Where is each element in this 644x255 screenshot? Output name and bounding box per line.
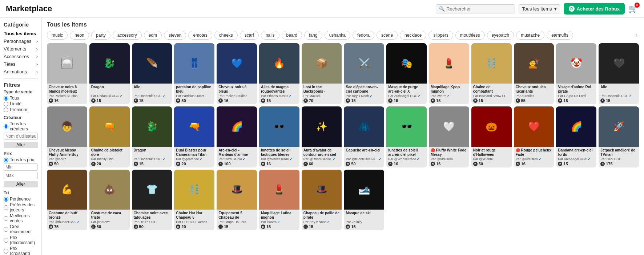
tag-earmuffs[interactable]: earmuffs <box>547 31 573 40</box>
item-card[interactable]: 👖 pantalon de papillon bleu Par Patricio… <box>174 43 214 104</box>
item-card[interactable]: ❤️ 🔴 Rouge pelucheux Fade Par @VireDero … <box>514 106 554 167</box>
tag-steven[interactable]: steven <box>164 31 186 40</box>
tag-mustache[interactable]: mustache <box>516 31 544 40</box>
creator-all[interactable]: Tous les créateurs <box>4 121 38 131</box>
tag-accessory[interactable]: accessory <box>113 31 142 40</box>
creator-go-button[interactable]: Aller <box>4 142 38 148</box>
creator-label: Par Packed Studios <box>218 94 247 98</box>
item-card[interactable]: 💩 Costume de caca triste Par jandrewr R … <box>89 170 130 231</box>
item-card[interactable]: 🤡 Visage d'anime Roi pirate Par Grupo Do… <box>556 43 596 104</box>
tag-scarf[interactable]: scarf <box>240 31 259 40</box>
sale-type-title: Type de vente <box>4 89 38 94</box>
item-creator: Par Dodanuki UGC ✔ <box>91 94 128 98</box>
item-card[interactable]: 💇 Cheveux ondulés luxuriants Par auroril… <box>514 43 554 104</box>
sort-recent[interactable]: Créé récemment <box>4 224 38 234</box>
item-card[interactable]: 👕 Chemise noire avec tatouages Par Deki'… <box>132 170 172 231</box>
item-card[interactable]: 💙 Cheveux noirs à bleus Par Packed Studi… <box>217 43 257 104</box>
item-card[interactable]: ✨ Aura d'avatar de contour arc-en-ciel P… <box>302 106 342 167</box>
tag-party[interactable]: party <box>91 31 110 40</box>
item-card[interactable]: 🕶️ lunettes de soleil arc-en-ciel pixel … <box>386 106 427 167</box>
creator-label: Par @viorrz <box>49 157 66 161</box>
item-card[interactable]: 🎭 Masque de purge arc-en-ciel X Par Arch… <box>386 43 427 104</box>
item-card[interactable]: 🖤 Aile Par Dodanuki UGC ✔ R 15 <box>599 43 639 104</box>
tag-mouthless[interactable]: mouthless <box>455 31 485 40</box>
item-price: R 15 <box>218 224 255 229</box>
sidebar-item-clothing[interactable]: Vêtements › <box>4 45 38 53</box>
item-card[interactable]: 🎩 Équipement 5 Chapeau de Par Grupo Do L… <box>217 170 257 231</box>
tag-fang[interactable]: fang <box>304 31 322 40</box>
cart-button[interactable]: 🛒 0 <box>628 4 638 13</box>
item-card[interactable]: 🔥 Ailes de magma rougeoyantes Par Ethan'… <box>259 43 299 104</box>
price-go-button[interactable]: Aller <box>4 181 38 187</box>
item-card[interactable]: 🎃 Noir et rouge d'Halloween Par @yDebbi … <box>471 106 512 167</box>
robux-price-icon: R <box>176 224 180 229</box>
tag-edm[interactable]: edm <box>144 31 162 40</box>
item-thumbnail: 🖤 <box>599 43 639 84</box>
tags-next-arrow[interactable]: › <box>634 32 639 39</box>
creator-username-input[interactable] <box>4 133 38 140</box>
item-card[interactable]: 💄 Maquillage Kpop mignon Par kwarm ✔ R 1… <box>429 43 469 104</box>
tag-necklace[interactable]: necklace <box>400 31 426 40</box>
creator-options: Tous les créateurs <box>4 121 38 131</box>
item-card[interactable]: 🔫 Dual Blaster pour Cameraman Titan Par … <box>174 106 214 167</box>
filter-dropdown[interactable]: Tous les items ▾ <box>519 4 560 13</box>
tag-emotes[interactable]: emotes <box>188 31 212 40</box>
sort-favorites[interactable]: Préférés des joueurs <box>4 202 38 212</box>
item-info: Chaîne de combattant Par Bow and Arrow S… <box>471 84 512 104</box>
tag-nails[interactable]: nails <box>261 31 279 40</box>
robux-price-icon: R <box>558 162 562 166</box>
item-card[interactable]: 🕶️ lunettes de soleil tactiques bleues P… <box>259 106 299 167</box>
price-value: 15 <box>309 224 313 229</box>
price-value: 15 <box>436 98 440 103</box>
item-card[interactable]: 🧥 Capuche arc-en-ciel Par @IDontHaveAU..… <box>344 106 384 167</box>
tag-ushanka[interactable]: ushanka <box>325 31 350 40</box>
price-all[interactable]: Tous les prix <box>4 157 38 162</box>
sidebar-item-animations[interactable]: Animations › <box>4 68 38 76</box>
item-card[interactable]: 🐉 Dragon Par Dodanuki UGC ✔ R 15 <box>132 106 172 167</box>
item-card[interactable]: 👦 Cheveux Messy Fluffy Anime Boy Par @vi… <box>47 106 87 167</box>
sidebar-item-heads[interactable]: Têtes › <box>4 60 38 68</box>
item-card[interactable]: 🔫 Chaîne de pistolet doré Par Infinity D… <box>89 106 130 167</box>
search-bar[interactable]: 🔍 <box>436 4 515 13</box>
item-card[interactable]: 🌈 Arc-en-ciel - Manteau d'anime Par Claw… <box>217 106 257 167</box>
item-info: Maquillage Latina mignon Par kwarm ✔ R 1… <box>259 210 299 230</box>
price-min-input[interactable] <box>4 163 38 171</box>
item-card[interactable]: 🐉 Dragon Par Dodanuki UGC ✔ R 15 <box>89 43 130 104</box>
item-card[interactable]: 🌈 Bandana arc-en-ciel tordu Par ArchAnge… <box>556 106 596 167</box>
item-card[interactable]: 🎿 Masque de ski Par Zelinity R 15 <box>344 170 384 231</box>
item-card[interactable]: 📦 Lost in the Backrooms - Par Maxxell R … <box>302 43 342 104</box>
item-card[interactable]: 💪 Costume de buff bronzé Par @thunder122… <box>47 170 87 231</box>
search-input[interactable] <box>446 6 512 12</box>
item-card[interactable]: 🎩 Chapeau de paille de pirate Par Rey x … <box>302 170 342 231</box>
robux-price-icon: R <box>134 224 138 229</box>
item-card[interactable]: 💄 Maquillage Latina mignon Par kwarm ✔ R… <box>259 170 299 231</box>
tag-fedora[interactable]: fedora <box>353 31 374 40</box>
item-card[interactable]: 🦳 Cheveux noirs à blancs moelleux Par Pa… <box>47 43 87 104</box>
item-card[interactable]: ⚔️ Sac d'épée arc-en-ciel cartonné Par R… <box>344 43 384 104</box>
sort-bestselling[interactable]: Meilleures ventes <box>4 213 38 223</box>
tag-cheeks[interactable]: cheeks <box>214 31 238 40</box>
sidebar-item-all[interactable]: Tous les items <box>4 30 38 37</box>
sort-relevance[interactable]: Pertinence <box>4 197 38 202</box>
sidebar-item-accessories[interactable]: Accessoires › <box>4 53 38 60</box>
sort-price-desc[interactable]: Prix (décroissant) <box>4 235 38 245</box>
buy-robux-button[interactable]: R Acheter des Robux <box>564 3 625 15</box>
item-card[interactable]: ⛓️ Chaîne Har Har Chapeau 5 Par Our UGC … <box>174 170 214 231</box>
item-card[interactable]: 🪶 Aile Par Dodanuki UGC ✔ R 15 <box>132 43 172 104</box>
tag-beard[interactable]: beard <box>282 31 302 40</box>
sidebar-item-characters[interactable]: Personnages › <box>4 37 38 45</box>
tag-scene[interactable]: scene <box>377 31 398 40</box>
sale-type-premium[interactable]: Premium <box>4 107 38 112</box>
sale-type-all[interactable]: Tous <box>4 96 38 101</box>
price-max-input[interactable] <box>4 172 38 179</box>
item-card[interactable]: 🤍 🔴 Fluffy White Fade Messy Par @VireDer… <box>429 106 469 167</box>
item-card[interactable]: 🚀 Jetpack amélioré de TVman Par Debi UGC… <box>599 106 639 167</box>
tag-slippers[interactable]: slippers <box>428 31 453 40</box>
sort-price-asc[interactable]: Prix (croissant) <box>4 246 38 255</box>
tag-neon[interactable]: neon <box>70 31 89 40</box>
item-card[interactable]: ⛓️ Chaîne de combattant Par Bow and Arro… <box>471 43 512 104</box>
tag-eyepatch[interactable]: eyepatch <box>487 31 514 40</box>
robux-price-icon: R <box>218 98 223 103</box>
tag-music[interactable]: music <box>47 31 68 40</box>
sale-type-limited[interactable]: Limité <box>4 101 38 106</box>
